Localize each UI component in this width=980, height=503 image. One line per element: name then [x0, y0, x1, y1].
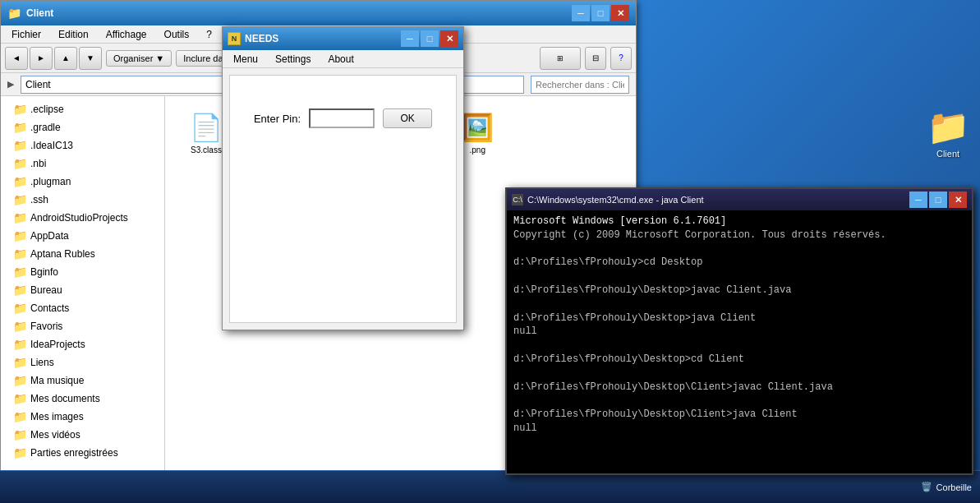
- cmd-minimize-button[interactable]: ─: [909, 192, 927, 208]
- folder-small-icon: 📁: [13, 103, 26, 116]
- menu-fichier[interactable]: Fichier: [5, 27, 48, 42]
- sidebar-item-mesvideos[interactable]: 📁 Mes vidéos: [1, 426, 164, 444]
- dialog-content: Enter Pin: OK: [229, 75, 457, 323]
- dialog-menu-about[interactable]: About: [321, 52, 360, 67]
- sidebar-item-label: .plugman: [30, 176, 71, 187]
- view-icons-button[interactable]: ⊞: [540, 47, 581, 70]
- sidebar-item-label: Aptana Rubles: [30, 248, 95, 260]
- cmd-content: Microsoft Windows [version 6.1.7601] Cop…: [507, 210, 972, 473]
- menu-edition[interactable]: Edition: [52, 27, 95, 42]
- cmd-line-8: d:\Profiles\fProhouly\Desktop>java Clien…: [513, 311, 965, 325]
- folder-small-icon: 📁: [13, 302, 26, 315]
- cmd-titlebar[interactable]: C:\ C:\Windows\system32\cmd.exe - java C…: [507, 189, 972, 210]
- sidebar-item-favoris[interactable]: 📁 Favoris: [1, 317, 164, 335]
- menu-affichage[interactable]: Affichage: [99, 27, 154, 42]
- sidebar-item-label: Bureau: [30, 284, 62, 296]
- sidebar-item-mamusique[interactable]: 📁 Ma musique: [1, 371, 164, 390]
- help-button[interactable]: ?: [610, 47, 632, 70]
- cmd-title: C:\Windows\system32\cmd.exe - java Clien…: [527, 195, 704, 205]
- sidebar-item-eclipse[interactable]: 📁 .eclipse: [1, 100, 164, 118]
- organiser-button[interactable]: Organiser ▼: [106, 50, 172, 67]
- sidebar-panel: 📁 .eclipse 📁 .gradle 📁 .IdeaIC13 📁 .nbi …: [1, 96, 165, 473]
- nav-forward-button[interactable]: ►: [30, 47, 53, 70]
- sidebar-item-mesimages[interactable]: 📁 Mes images: [1, 408, 164, 426]
- folder-small-icon: 📁: [13, 392, 26, 405]
- pin-input[interactable]: [309, 108, 375, 128]
- dialog-minimize-button[interactable]: ─: [401, 30, 419, 47]
- cmd-line-3: [513, 242, 965, 256]
- maximize-button[interactable]: □: [591, 5, 610, 21]
- dialog-title-text: NEEDS: [245, 33, 278, 44]
- dialog-menu-menu[interactable]: Menu: [227, 52, 265, 67]
- sidebar-item-label: .gradle: [30, 122, 61, 133]
- dialog-menu-settings[interactable]: Settings: [269, 52, 317, 67]
- nav-back-button[interactable]: ◄: [5, 47, 28, 70]
- dialog-titlebar[interactable]: N NEEDS ─ □ ✕: [223, 27, 463, 50]
- dialog-close-button[interactable]: ✕: [440, 30, 458, 47]
- sidebar-item-label: IdeaProjects: [30, 339, 85, 350]
- titlebar-left: 📁 Client: [7, 7, 53, 20]
- search-input[interactable]: [531, 76, 629, 94]
- client-desktop-icon[interactable]: 📁 Client: [928, 107, 968, 159]
- address-label: ▶: [7, 79, 14, 90]
- pin-row: Enter Pin: OK: [254, 108, 432, 128]
- sidebar-item-label: Mes images: [30, 411, 84, 422]
- nav-recent-button[interactable]: ▼: [79, 47, 102, 70]
- sidebar-item-android[interactable]: 📁 AndroidStudioProjects: [1, 209, 164, 227]
- sidebar-item-liens[interactable]: 📁 Liens: [1, 353, 164, 371]
- sidebar-item-label: Ma musique: [30, 375, 84, 386]
- folder-small-icon: 📁: [13, 121, 26, 134]
- sidebar-item-mesdocs[interactable]: 📁 Mes documents: [1, 390, 164, 408]
- explorer-titlebar[interactable]: 📁 Client ─ □ ✕: [1, 1, 636, 25]
- folder-small-icon: 📁: [13, 247, 26, 261]
- sidebar-item-nbi[interactable]: 📁 .nbi: [1, 155, 164, 173]
- sidebar-item-label: Bginfo: [30, 266, 58, 278]
- sidebar-item-appdata[interactable]: 📁 AppData: [1, 227, 164, 245]
- sidebar-item-gradle[interactable]: 📁 .gradle: [1, 118, 164, 136]
- sidebar-item-bginfo[interactable]: 📁 Bginfo: [1, 263, 164, 281]
- cmd-line-2: Copyright (c) 2009 Microsoft Corporation…: [513, 228, 965, 242]
- cmd-line-9: null: [513, 325, 965, 339]
- menu-outils[interactable]: Outils: [158, 27, 196, 42]
- folder-small-icon: 📁: [13, 446, 26, 459]
- sidebar-item-ideaic13[interactable]: 📁 .IdeaIC13: [1, 136, 164, 155]
- sidebar-item-bureau[interactable]: 📁 Bureau: [1, 281, 164, 299]
- ok-button[interactable]: OK: [383, 108, 432, 128]
- cmd-titlebar-left: C:\ C:\Windows\system32\cmd.exe - java C…: [512, 194, 704, 205]
- folder-small-icon: 📁: [13, 229, 26, 242]
- sidebar-item-label: Liens: [30, 357, 54, 368]
- cmd-line-5: [513, 270, 965, 284]
- folder-small-icon: 📁: [13, 410, 26, 423]
- desktop: 📁 Client ─ □ ✕ Fichier Edition Affichage…: [0, 0, 980, 503]
- cmd-close-button[interactable]: ✕: [949, 192, 967, 208]
- sidebar-item-parties[interactable]: 📁 Parties enregistrées: [1, 444, 164, 462]
- taskbar-label: Corbeille: [936, 482, 972, 492]
- needs-dialog: N NEEDS ─ □ ✕ Menu Settings About Enter …: [222, 26, 464, 330]
- sidebar-item-label: Parties enregistrées: [30, 447, 118, 459]
- cmd-line-15: d:\Profiles\fProhouly\Desktop\Client>jav…: [513, 408, 965, 422]
- taskbar-right: 🗑️ Corbeille: [921, 482, 972, 492]
- sidebar-item-contacts[interactable]: 📁 Contacts: [1, 299, 164, 317]
- sidebar-item-aptana[interactable]: 📁 Aptana Rubles: [1, 245, 164, 263]
- minimize-button[interactable]: ─: [572, 5, 590, 21]
- cmd-line-6: d:\Profiles\fProhouly\Desktop>javac Clie…: [513, 284, 965, 298]
- cmd-maximize-button[interactable]: □: [929, 192, 947, 208]
- explorer-window-controls: ─ □ ✕: [572, 5, 629, 21]
- sidebar-item-ssh[interactable]: 📁 .ssh: [1, 191, 164, 209]
- sidebar-item-idea[interactable]: 📁 IdeaProjects: [1, 335, 164, 353]
- view-panel-button[interactable]: ⊟: [585, 47, 606, 70]
- menu-help[interactable]: ?: [200, 27, 219, 42]
- sidebar-item-label: AppData: [30, 230, 69, 242]
- dialog-maximize-button[interactable]: □: [421, 30, 439, 47]
- cmd-icon: C:\: [512, 194, 523, 205]
- folder-small-icon: 📁: [13, 374, 26, 387]
- pin-label: Enter Pin:: [254, 113, 301, 125]
- folder-small-icon: 📁: [13, 193, 26, 206]
- folder-small-icon: 📁: [13, 428, 26, 441]
- cmd-line-16: null: [513, 422, 965, 436]
- taskbar: 🗑️ Corbeille: [0, 470, 980, 503]
- nav-up-button[interactable]: ▲: [54, 47, 77, 70]
- sidebar-item-plugman[interactable]: 📁 .plugman: [1, 173, 164, 191]
- cmd-line-12: [513, 367, 965, 381]
- close-button[interactable]: ✕: [611, 5, 629, 21]
